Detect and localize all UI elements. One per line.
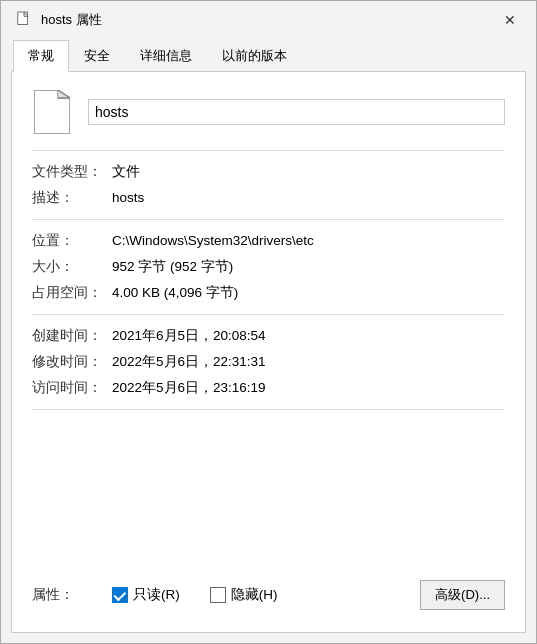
tab-security[interactable]: 安全 xyxy=(69,40,125,72)
desc-label: 描述： xyxy=(32,189,112,207)
tab-content: 文件类型： 文件 描述： hosts 位置： C:\Windows\System… xyxy=(11,71,526,633)
location-label: 位置： xyxy=(32,232,112,250)
created-value: 2021年6月5日，20:08:54 xyxy=(112,327,505,345)
title-bar-left: hosts 属性 xyxy=(15,11,102,29)
close-button[interactable]: ✕ xyxy=(496,6,524,34)
modified-value: 2022年5月6日，22:31:31 xyxy=(112,353,505,371)
disk-label: 占用空间： xyxy=(32,284,112,302)
prop-size-row: 大小： 952 字节 (952 字节) xyxy=(32,258,505,276)
prop-created-row: 创建时间： 2021年6月5日，20:08:54 xyxy=(32,327,505,345)
tab-previous-versions[interactable]: 以前的版本 xyxy=(207,40,302,72)
readonly-checkbox-item[interactable]: 只读(R) xyxy=(112,586,180,604)
disk-value: 4.00 KB (4,096 字节) xyxy=(112,284,505,302)
location-value: C:\Windows\System32\drivers\etc xyxy=(112,233,505,248)
size-value: 952 字节 (952 字节) xyxy=(112,258,505,276)
section-type-desc: 文件类型： 文件 描述： hosts xyxy=(32,151,505,220)
prop-desc-row: 描述： hosts xyxy=(32,189,505,207)
tab-general[interactable]: 常规 xyxy=(13,40,69,72)
type-value: 文件 xyxy=(112,163,505,181)
tabs-bar: 常规 安全 详细信息 以前的版本 xyxy=(1,39,536,71)
prop-disk-row: 占用空间： 4.00 KB (4,096 字节) xyxy=(32,284,505,302)
accessed-value: 2022年5月6日，23:16:19 xyxy=(112,379,505,397)
readonly-label: 只读(R) xyxy=(133,586,180,604)
desc-value: hosts xyxy=(112,190,505,205)
prop-modified-row: 修改时间： 2022年5月6日，22:31:31 xyxy=(32,353,505,371)
spacer xyxy=(32,410,505,566)
file-icon-small xyxy=(15,11,33,29)
accessed-label: 访问时间： xyxy=(32,379,112,397)
modified-label: 修改时间： xyxy=(32,353,112,371)
attr-checkboxes: 只读(R) 隐藏(H) 高级(D)... xyxy=(112,580,505,610)
tab-details[interactable]: 详细信息 xyxy=(125,40,207,72)
title-bar: hosts 属性 ✕ xyxy=(1,1,536,39)
hidden-checkbox-item[interactable]: 隐藏(H) xyxy=(210,586,278,604)
prop-location-row: 位置： C:\Windows\System32\drivers\etc xyxy=(32,232,505,250)
advanced-button[interactable]: 高级(D)... xyxy=(420,580,505,610)
created-label: 创建时间： xyxy=(32,327,112,345)
file-icon-large xyxy=(32,88,72,136)
section-location-size: 位置： C:\Windows\System32\drivers\etc 大小： … xyxy=(32,220,505,315)
dialog-window: hosts 属性 ✕ 常规 安全 详细信息 以前的版本 文件类型： 文件 xyxy=(0,0,537,644)
section-times: 创建时间： 2021年6月5日，20:08:54 修改时间： 2022年5月6日… xyxy=(32,315,505,410)
hidden-label: 隐藏(H) xyxy=(231,586,278,604)
file-header xyxy=(32,88,505,151)
attributes-row: 属性： 只读(R) 隐藏(H) 高级(D)... xyxy=(32,566,505,616)
window-title: hosts 属性 xyxy=(41,11,102,29)
readonly-checkbox[interactable] xyxy=(112,587,128,603)
file-name-input[interactable] xyxy=(88,99,505,125)
prop-type-row: 文件类型： 文件 xyxy=(32,163,505,181)
hidden-checkbox[interactable] xyxy=(210,587,226,603)
type-label: 文件类型： xyxy=(32,163,112,181)
attributes-label: 属性： xyxy=(32,586,112,604)
prop-accessed-row: 访问时间： 2022年5月6日，23:16:19 xyxy=(32,379,505,397)
size-label: 大小： xyxy=(32,258,112,276)
